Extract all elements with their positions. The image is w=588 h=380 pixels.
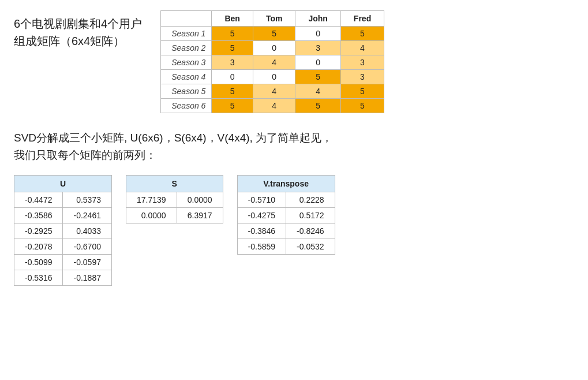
season-label: Season 2 <box>161 41 212 55</box>
table-row: 0.00006.3917 <box>126 207 223 223</box>
table-row: -0.2078-0.6700 <box>14 239 112 254</box>
rating-cell: 5 <box>340 99 384 113</box>
rating-cell: 0 <box>295 27 340 41</box>
rating-cell: 3 <box>340 70 384 84</box>
VT-matrix: V.transpose -0.57100.2228-0.42750.5172-0… <box>237 175 335 255</box>
table-row: Season 55445 <box>161 84 384 99</box>
table-row: Season 65455 <box>161 99 384 113</box>
matrix-cell: -0.5099 <box>14 254 63 270</box>
table-row: -0.44720.5373 <box>14 192 112 207</box>
matrix-cell: -0.0597 <box>63 254 111 270</box>
rating-cell: 3 <box>212 55 253 70</box>
rating-cell: 5 <box>340 84 384 99</box>
table-row: -0.5859-0.0532 <box>237 239 335 254</box>
rating-col-empty <box>161 11 212 27</box>
matrices-section: U -0.44720.5373-0.3586-0.2461-0.29250.40… <box>14 175 574 286</box>
rating-cell: 0 <box>295 55 340 70</box>
matrix-cell: 0.2228 <box>286 192 335 207</box>
matrix-cell: -0.5316 <box>14 270 63 285</box>
U-matrix: U -0.44720.5373-0.3586-0.2461-0.29250.40… <box>14 175 112 286</box>
matrix-cell: -0.5710 <box>237 192 286 207</box>
rating-cell: 5 <box>295 99 340 113</box>
S-matrix: S 17.71390.00000.00006.3917 <box>126 175 223 223</box>
matrix-cell: -0.5859 <box>237 239 286 254</box>
table-row: Season 33403 <box>161 55 384 70</box>
table-row: -0.42750.5172 <box>237 207 335 223</box>
matrix-cell: -0.2925 <box>14 223 63 239</box>
rating-cell: 5 <box>212 99 253 113</box>
matrix-cell: 0.5373 <box>63 192 111 207</box>
VT-header: V.transpose <box>237 175 335 192</box>
matrix-cell: -0.8246 <box>286 223 335 239</box>
rating-col-fred: Fred <box>340 11 384 27</box>
rating-cell: 4 <box>340 41 384 55</box>
table-row: Season 15505 <box>161 27 384 41</box>
rating-col-john: John <box>295 11 340 27</box>
season-label: Season 6 <box>161 99 212 113</box>
matrix-cell: 17.7139 <box>126 192 177 207</box>
rating-cell: 0 <box>253 70 295 84</box>
table-row: Season 25034 <box>161 41 384 55</box>
rating-cell: 3 <box>340 55 384 70</box>
intro-text: 6个电视剧剧集和4个用户组成矩阵（6x4矩阵） <box>14 10 142 50</box>
rating-cell: 4 <box>253 99 295 113</box>
rating-cell: 5 <box>212 84 253 99</box>
desc-text: SVD分解成三个小矩阵, U(6x6)，S(6x4)，V(4x4), 为了简单起… <box>14 129 574 165</box>
season-label: Season 1 <box>161 27 212 41</box>
top-section: 6个电视剧剧集和4个用户组成矩阵（6x4矩阵） Ben Tom John Fre… <box>14 10 574 113</box>
matrix-cell: -0.4275 <box>237 207 286 223</box>
table-row: -0.29250.4033 <box>14 223 112 239</box>
matrix-cell: 0.0000 <box>177 192 223 207</box>
rating-cell: 5 <box>253 27 295 41</box>
rating-table: Ben Tom John Fred Season 15505Season 250… <box>160 10 384 113</box>
table-row: -0.5316-0.1887 <box>14 270 112 285</box>
rating-cell: 5 <box>212 41 253 55</box>
table-row: 17.71390.0000 <box>126 192 223 207</box>
table-row: -0.57100.2228 <box>237 192 335 207</box>
rating-cell: 5 <box>295 70 340 84</box>
matrix-cell: 0.4033 <box>63 223 111 239</box>
matrix-cell: 0.0000 <box>126 207 177 223</box>
table-row: -0.3586-0.2461 <box>14 207 112 223</box>
rating-table-header-row: Ben Tom John Fred <box>161 11 384 27</box>
rating-cell: 5 <box>340 27 384 41</box>
season-label: Season 4 <box>161 70 212 84</box>
rating-cell: 4 <box>253 55 295 70</box>
matrix-cell: -0.1887 <box>63 270 111 285</box>
matrix-cell: -0.4472 <box>14 192 63 207</box>
rating-cell: 4 <box>253 84 295 99</box>
U-header: U <box>14 175 112 192</box>
table-row: Season 40053 <box>161 70 384 84</box>
matrix-cell: -0.2078 <box>14 239 63 254</box>
rating-cell: 3 <box>295 41 340 55</box>
matrix-cell: -0.0532 <box>286 239 335 254</box>
matrix-cell: -0.6700 <box>63 239 111 254</box>
matrix-cell: -0.3586 <box>14 207 63 223</box>
season-label: Season 5 <box>161 84 212 99</box>
table-row: -0.3846-0.8246 <box>237 223 335 239</box>
rating-cell: 5 <box>212 27 253 41</box>
matrix-cell: -0.3846 <box>237 223 286 239</box>
season-label: Season 3 <box>161 55 212 70</box>
rating-col-tom: Tom <box>253 11 295 27</box>
matrix-cell: -0.2461 <box>63 207 111 223</box>
table-row: -0.5099-0.0597 <box>14 254 112 270</box>
rating-col-ben: Ben <box>212 11 253 27</box>
matrix-cell: 0.5172 <box>286 207 335 223</box>
S-header: S <box>126 175 223 192</box>
rating-cell: 0 <box>212 70 253 84</box>
rating-cell: 0 <box>253 41 295 55</box>
matrix-cell: 6.3917 <box>177 207 223 223</box>
rating-cell: 4 <box>295 84 340 99</box>
